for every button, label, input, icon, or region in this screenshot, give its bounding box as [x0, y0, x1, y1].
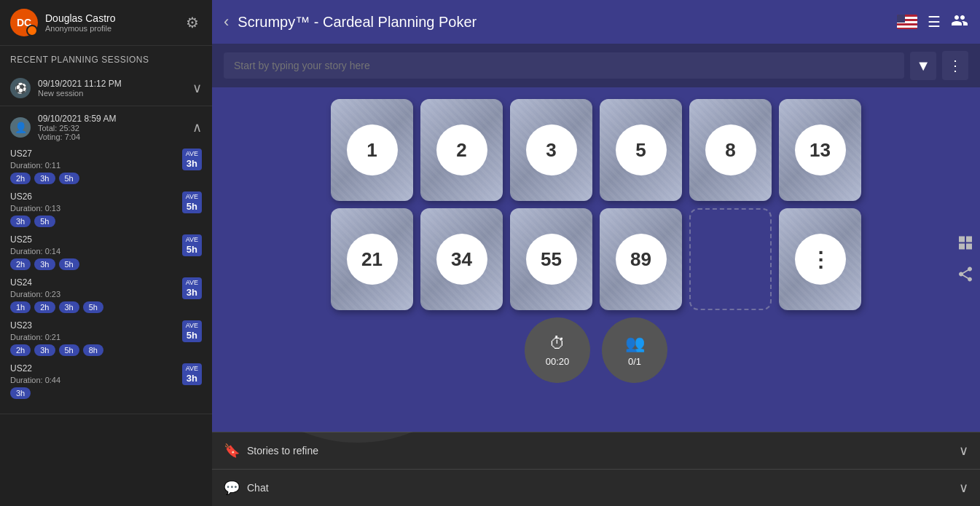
card-34[interactable]: 34: [420, 208, 503, 310]
story-id-us22: US22: [10, 363, 182, 373]
ave-value-us25: 5h: [187, 244, 197, 256]
card-1[interactable]: 1: [331, 99, 413, 201]
story-item-us24: US24 Duration: 0:23 1h 2h 3h 5h AVE 3h: [10, 277, 202, 313]
participants-icon: 👥: [625, 334, 645, 353]
share-icon[interactable]: [957, 265, 974, 286]
story-input[interactable]: [224, 52, 904, 79]
ave-badge-us23: AVE 5h: [182, 320, 202, 342]
chat-panel-icon: 💬: [224, 480, 240, 496]
tag-3h[interactable]: 3h: [34, 173, 55, 184]
story-item-us25: US25 Duration: 0:14 2h 3h 5h AVE 5h: [10, 234, 202, 270]
session-total-2: Total: 25:32: [38, 124, 192, 133]
settings-button[interactable]: ⚙: [183, 11, 202, 34]
session-icon-1: ⚽: [10, 78, 31, 98]
card-8[interactable]: 8: [689, 99, 772, 201]
story-tags-us23: 2h 3h 5h 8h: [10, 344, 182, 356]
story-item-us23: US23 Duration: 0:21 2h 3h 5h 8h AVE 5h: [10, 320, 202, 356]
flag-icon[interactable]: [897, 15, 917, 29]
card-13[interactable]: 13: [779, 99, 861, 201]
tag-5h[interactable]: 5h: [59, 173, 79, 184]
us-flag: [897, 15, 917, 29]
session-icon-2: 👤: [10, 117, 31, 138]
timer-row: ⏱ 00:20 👥 0/1: [525, 310, 667, 392]
card-5[interactable]: 5: [600, 99, 682, 201]
stories-panel-chevron: ∨: [959, 443, 968, 459]
story-id-us25: US25: [10, 234, 182, 245]
story-item-us26: US26 Duration: 0:13 3h 5h AVE 5h: [10, 191, 202, 227]
tag-1h-us24[interactable]: 1h: [10, 301, 31, 313]
app-title: Scrumpy™ - Cardeal Planning Poker: [238, 14, 897, 31]
chat-panel-chevron: ∨: [959, 480, 968, 496]
tag-3h-us24[interactable]: 3h: [59, 301, 79, 313]
ave-label-us24: AVE: [186, 279, 198, 287]
ave-label-us26: AVE: [186, 193, 198, 201]
session-header-1[interactable]: ⚽ 09/19/2021 11:12 PM New session ∨: [0, 71, 212, 106]
tag-5h-us24[interactable]: 5h: [83, 301, 103, 313]
story-dropdown-button[interactable]: ▼: [910, 52, 936, 80]
tag-5h-us26[interactable]: 5h: [34, 216, 55, 227]
story-duration-us27: Duration: 0:11: [10, 161, 182, 170]
timer-icon: ⏱: [549, 334, 565, 353]
ave-value-us24: 3h: [187, 287, 197, 299]
card-2[interactable]: 2: [420, 99, 503, 201]
session-date-1: 09/19/2021 11:12 PM: [38, 79, 192, 89]
back-button[interactable]: ‹: [224, 12, 229, 31]
tag-5h-us25[interactable]: 5h: [59, 258, 79, 270]
stories-panel-label: Stories to refine: [247, 445, 959, 456]
session-header-2[interactable]: 👤 09/10/2021 8:59 AM Total: 25:32 Voting…: [0, 106, 212, 149]
tag-2h-us25[interactable]: 2h: [10, 258, 31, 270]
session-group-1: ⚽ 09/19/2021 11:12 PM New session ∨: [0, 71, 212, 106]
story-duration-us22: Duration: 0:44: [10, 376, 182, 384]
session-meta-2: 09/10/2021 8:59 AM Total: 25:32 Voting: …: [38, 114, 192, 141]
tag-5h-us23[interactable]: 5h: [59, 344, 79, 356]
card-55[interactable]: 55: [510, 208, 592, 310]
tag-2h[interactable]: 2h: [10, 173, 31, 184]
card-value-21: 21: [347, 234, 398, 285]
session-meta-1: 09/19/2021 11:12 PM New session: [38, 79, 192, 98]
card-21[interactable]: 21: [331, 208, 413, 310]
cards-area: 1 2 3 5 8 13 21 34 55 89 ⋮ ⏱ 00:20: [212, 87, 980, 432]
avatar-initials: DC: [17, 17, 31, 28]
ave-value-us23: 5h: [187, 330, 197, 341]
user-profile: Anonymous profile: [45, 24, 183, 33]
stories-panel-icon: 🔖: [224, 443, 240, 459]
user-name: Douglas Castro: [45, 12, 183, 24]
ave-value-us26: 5h: [187, 201, 197, 213]
tag-3h-us26[interactable]: 3h: [10, 216, 31, 227]
card-more[interactable]: ⋮: [779, 208, 861, 310]
card-value-34: 34: [436, 234, 487, 285]
session-chevron-1[interactable]: ∨: [192, 80, 202, 96]
tag-8h-us23[interactable]: 8h: [83, 344, 103, 356]
tag-2h-us24[interactable]: 2h: [34, 301, 55, 313]
tag-2h-us23[interactable]: 2h: [10, 344, 31, 356]
story-item-us22: US22 Duration: 0:44 3h AVE 3h: [10, 363, 202, 399]
user-header: DC Douglas Castro Anonymous profile ⚙: [0, 0, 212, 46]
users-icon[interactable]: [951, 12, 968, 33]
avatar: DC: [10, 9, 38, 36]
list-icon[interactable]: ☰: [928, 13, 941, 31]
card-89[interactable]: 89: [600, 208, 682, 310]
story-tags-us26: 3h 5h: [10, 216, 182, 227]
participants-button[interactable]: 👥 0/1: [602, 317, 667, 383]
ave-badge-us25: AVE 5h: [182, 234, 202, 256]
card-value-5: 5: [616, 124, 667, 175]
timer-button[interactable]: ⏱ 00:20: [525, 317, 590, 383]
stories-panel[interactable]: 🔖 Stories to refine ∨: [212, 432, 980, 469]
story-more-button[interactable]: ⋮: [942, 51, 968, 80]
tag-3h-us25[interactable]: 3h: [34, 258, 55, 270]
chat-panel[interactable]: 💬 Chat ∨: [212, 469, 980, 506]
tag-3h-us23[interactable]: 3h: [34, 344, 55, 356]
session-chevron-2[interactable]: ∧: [192, 119, 202, 135]
user-info: Douglas Castro Anonymous profile: [45, 12, 183, 33]
story-id-us24: US24: [10, 277, 182, 288]
grid-icon[interactable]: [957, 234, 974, 255]
session-stories-2: US27 Duration: 0:11 2h 3h 5h AVE 3h: [0, 149, 212, 414]
tag-3h-us22[interactable]: 3h: [10, 387, 31, 399]
story-id-us23: US23: [10, 320, 182, 331]
card-empty: [689, 208, 772, 310]
card-3[interactable]: 3: [510, 99, 592, 201]
ave-badge-us22: AVE 3h: [182, 363, 202, 385]
card-value-89: 89: [616, 234, 667, 285]
ave-label-us25: AVE: [186, 236, 198, 244]
card-value-13: 13: [795, 124, 846, 175]
